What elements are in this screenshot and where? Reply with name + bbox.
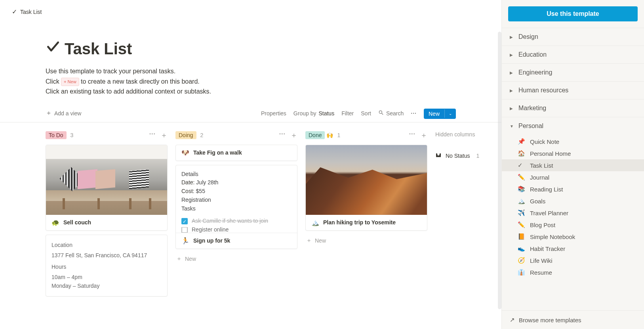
column-count: 1 (337, 132, 340, 138)
no-status-count: 1 (476, 153, 479, 159)
sidebar-category[interactable]: ▶Marketing (502, 99, 644, 117)
hours-line-1: 10am – 4pm (51, 273, 162, 281)
add-new-card-button[interactable]: ＋ New (305, 235, 427, 247)
check-icon: ✓ (12, 8, 17, 15)
column-more-button[interactable]: ··· (149, 130, 156, 140)
more-button[interactable]: ··· (411, 110, 417, 121)
page-description: Use this template to track your personal… (46, 66, 456, 97)
checkbox-unchecked[interactable] (181, 227, 188, 233)
item-icon: ✓ (518, 162, 525, 169)
desc-line-2b: to create a new task directly on this bo… (81, 78, 200, 85)
chevron-right-icon: ▶ (510, 71, 514, 75)
inbox-icon (435, 152, 442, 160)
sidebar-item[interactable]: ✏️Journal (502, 171, 644, 183)
column-add-button[interactable]: ＋ (160, 130, 168, 140)
column-tag[interactable]: Doing (175, 131, 196, 139)
breadcrumb[interactable]: ✓ Task List (0, 0, 501, 23)
main-content: ✓ Task List Task List Use this template … (0, 0, 501, 329)
item-label: Reading List (530, 186, 563, 193)
properties-button[interactable]: Properties (261, 110, 286, 121)
card-signup-5k[interactable]: Details Date: July 28th Cost: $55 Regist… (175, 165, 297, 249)
item-icon: 🏔️ (518, 197, 525, 205)
details-heading: Details (181, 170, 292, 179)
plus-icon: ＋ (46, 109, 52, 117)
sidebar-category[interactable]: ▶Education (502, 46, 644, 64)
add-new-card-button[interactable]: ＋ New (175, 253, 297, 265)
sidebar-item[interactable]: 📚Reading List (502, 183, 644, 195)
column-add-button[interactable]: ＋ (420, 130, 427, 140)
category-label: Engineering (518, 69, 552, 76)
column-doing: Doing 2 ··· ＋ 🐶 Take Fig on a walk Detai… (175, 130, 297, 265)
column-todo: To Do 3 ··· ＋ 🐢 Sell couch (46, 130, 168, 300)
column-tag[interactable]: To Do (46, 131, 67, 139)
item-icon: ✏️ (518, 221, 525, 228)
hidden-columns-section: Hidden columns No Status 1 (435, 130, 491, 160)
subtask-row[interactable]: Ask Camille if she wants to join (181, 215, 292, 227)
chevron-right-icon: ▶ (510, 106, 514, 111)
page-title: Task List (65, 40, 132, 58)
card-title: Sign up for 5k (193, 237, 230, 244)
sidebar-item[interactable]: 📙Simple Notebook (502, 231, 644, 243)
search-icon (378, 110, 384, 117)
category-label: Human resources (518, 87, 568, 94)
sidebar-item[interactable]: 📌Quick Note (502, 136, 644, 147)
item-icon: 📙 (518, 233, 525, 240)
card-plan-yosemite[interactable]: 🏔️ Plan hiking trip to Yosemite (305, 145, 427, 231)
card-title: Sell couch (63, 219, 91, 226)
card-take-fig-walk[interactable]: 🐶 Take Fig on a walk (175, 145, 297, 161)
kanban-board: To Do 3 ··· ＋ 🐢 Sell couch (0, 122, 501, 316)
sidebar-item[interactable]: 🏠Personal Home (502, 147, 644, 159)
column-header: Done 🙌 1 ··· ＋ (305, 130, 427, 140)
no-status-group[interactable]: No Status 1 (435, 152, 491, 160)
sidebar-item[interactable]: 🧭Life Wiki (502, 254, 644, 266)
subtask-text: Register online (192, 227, 229, 233)
card-location-details[interactable]: Location 1377 Fell St, San Francisco, CA… (46, 235, 168, 296)
filter-button[interactable]: Filter (341, 110, 354, 121)
hours-line-2: Monday – Saturday (51, 281, 162, 290)
item-icon: 🏠 (518, 150, 525, 157)
column-tag[interactable]: Done (305, 131, 325, 139)
sidebar-item[interactable]: ✓Task List (502, 159, 644, 171)
sidebar-category[interactable]: ▶Engineering (502, 64, 644, 82)
new-pill: + New (61, 78, 79, 86)
category-label: Education (518, 51, 547, 58)
desc-line-2a: Click (46, 78, 61, 85)
item-label: Travel Planner (530, 210, 568, 216)
scrollbar[interactable] (498, 32, 501, 309)
item-label: Blog Post (530, 222, 555, 228)
hidden-columns-label[interactable]: Hidden columns (435, 130, 491, 138)
column-add-button[interactable]: ＋ (290, 130, 297, 140)
card-sell-couch[interactable]: 🐢 Sell couch (46, 145, 168, 231)
location-heading: Location (51, 241, 162, 249)
use-template-button[interactable]: Use this template (508, 6, 638, 21)
sidebar-category[interactable]: ▼Personal (502, 117, 644, 135)
sidebar-item[interactable]: 👔Resume (502, 266, 644, 278)
browse-more-button[interactable]: ↗ Browse more templates (502, 310, 644, 329)
item-icon: 📌 (518, 138, 525, 145)
subtask-row[interactable]: Register online (181, 227, 292, 233)
column-more-button[interactable]: ··· (279, 130, 286, 140)
sort-button[interactable]: Sort (361, 110, 371, 121)
desc-line-1: Use this template to track your personal… (46, 66, 456, 77)
sidebar-category[interactable]: ▶Design (502, 28, 644, 46)
item-label: Journal (530, 174, 549, 181)
cost-value: $55 (194, 188, 205, 194)
sidebar-category[interactable]: ▶Human resources (502, 82, 644, 99)
add-new-label: New (185, 256, 196, 262)
column-more-button[interactable]: ··· (409, 130, 415, 140)
item-label: Simple Notebook (530, 233, 575, 240)
chevron-down-icon[interactable]: ⌄ (444, 109, 456, 118)
column-header: Doing 2 ··· ＋ (175, 130, 297, 140)
sidebar-item[interactable]: 🏔️Goals (502, 195, 644, 207)
sidebar-item[interactable]: 👟Habit Tracker (502, 243, 644, 254)
plus-icon: ＋ (176, 255, 182, 262)
groupby-button[interactable]: Group by Status (293, 110, 334, 121)
add-view-button[interactable]: ＋ Add a view (46, 109, 81, 121)
template-sidebar: Use this template ▶Design▶Education▶Engi… (501, 0, 644, 329)
new-button[interactable]: New ⌄ (424, 109, 456, 119)
search-button[interactable]: Search (378, 110, 404, 121)
checkbox-checked[interactable] (181, 218, 188, 224)
no-status-label: No Status (446, 153, 470, 159)
sidebar-item[interactable]: ✈️Travel Planner (502, 207, 644, 219)
sidebar-item[interactable]: ✏️Blog Post (502, 219, 644, 231)
